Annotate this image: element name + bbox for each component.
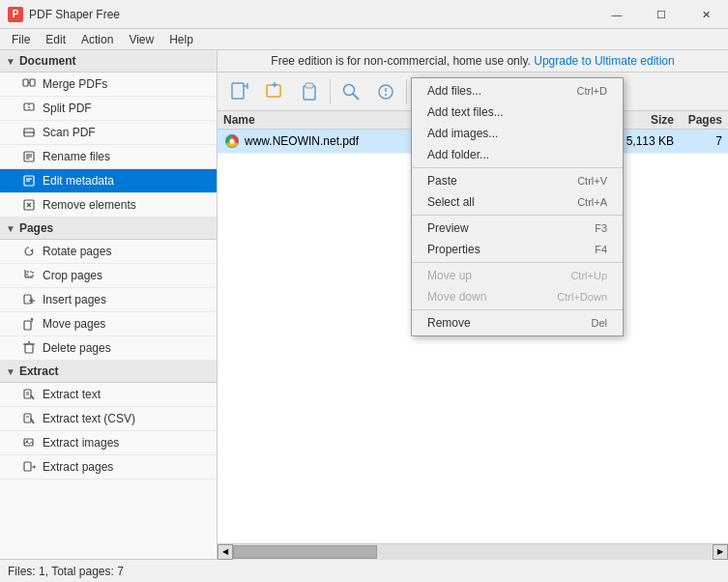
sidebar-item-scan-pdf[interactable]: Scan PDF <box>0 121 217 145</box>
ctx-separator-1 <box>412 167 623 168</box>
menu-bar: File Edit Action View Help <box>0 29 728 50</box>
scroll-thumb[interactable] <box>233 545 377 559</box>
svg-rect-24 <box>24 321 31 330</box>
sidebar-item-rotate-pages[interactable]: Rotate pages <box>0 240 217 264</box>
ctx-add-text-files-label: Add text files... <box>427 105 504 119</box>
sidebar-item-rename-files[interactable]: Rename files <box>0 145 217 169</box>
sidebar-section-pages[interactable]: ▼ Pages <box>0 218 217 240</box>
remove-elements-icon <box>21 197 37 213</box>
ctx-add-folder[interactable]: Add folder... <box>412 144 623 165</box>
properties-button[interactable] <box>369 75 402 108</box>
scroll-right-button[interactable]: ▶ <box>713 544 728 560</box>
sidebar-label-rename-files: Rename files <box>43 150 110 163</box>
sidebar-section-document[interactable]: ▼ Document <box>0 50 217 73</box>
svg-rect-39 <box>24 462 31 471</box>
minimize-button[interactable]: — <box>595 0 639 29</box>
delete-pages-icon <box>21 340 37 356</box>
ctx-preview[interactable]: Preview F3 <box>412 218 623 239</box>
add-with-options-button[interactable] <box>258 75 291 108</box>
svg-rect-27 <box>25 344 33 353</box>
menu-help[interactable]: Help <box>161 31 201 48</box>
scroll-left-button[interactable]: ◀ <box>218 544 233 560</box>
sidebar-item-remove-elements[interactable]: Remove elements <box>0 193 217 218</box>
ctx-add-files-shortcut: Ctrl+D <box>577 85 607 97</box>
ctx-add-files[interactable]: Add files... Ctrl+D <box>412 80 623 102</box>
col-header-pages: Pages <box>674 113 722 127</box>
sidebar-label-rotate-pages: Rotate pages <box>43 245 111 258</box>
maximize-button[interactable]: ☐ <box>639 0 684 29</box>
sidebar-label-edit-metadata: Edit metadata <box>43 174 114 188</box>
main-layout: ▼ Document Merge PDFs Split PDF Scan PDF <box>0 50 728 559</box>
ctx-select-all-shortcut: Ctrl+A <box>577 196 607 208</box>
ctx-separator-2 <box>412 215 623 216</box>
menu-view[interactable]: View <box>121 31 161 48</box>
sidebar-section-extract[interactable]: ▼ Extract <box>0 361 217 383</box>
crop-pages-icon <box>21 268 37 283</box>
toolbar-separator-2 <box>406 79 407 104</box>
add-file-button[interactable] <box>223 75 256 108</box>
svg-rect-45 <box>267 85 280 97</box>
sidebar-label-extract-text-csv: Extract text (CSV) <box>43 412 135 425</box>
upgrade-link[interactable]: Upgrade to Ultimate edition <box>534 54 674 68</box>
ctx-remove-shortcut: Del <box>591 317 607 329</box>
ctx-move-down-label: Move down <box>427 290 486 304</box>
paste-button[interactable] <box>293 75 326 108</box>
app-icon: P <box>8 7 23 22</box>
find-button[interactable] <box>335 75 367 108</box>
status-text: Files: 1, Total pages: 7 <box>8 565 124 578</box>
context-menu: Add files... Ctrl+D Add text files... Ad… <box>411 77 624 336</box>
scroll-track[interactable] <box>233 544 713 560</box>
svg-rect-21 <box>24 295 31 304</box>
horizontal-scrollbar[interactable]: ◀ ▶ <box>218 543 728 559</box>
ctx-add-files-label: Add files... <box>427 84 481 98</box>
rename-files-icon <box>21 149 37 164</box>
sidebar-item-extract-text-csv[interactable]: Extract text (CSV) <box>0 407 217 431</box>
ctx-add-images-label: Add images... <box>427 127 498 140</box>
section-arrow-document: ▼ <box>6 56 15 67</box>
file-pages: 7 <box>674 134 722 148</box>
sidebar-item-move-pages[interactable]: Move pages <box>0 312 217 336</box>
sidebar-item-extract-pages[interactable]: Extract pages <box>0 455 217 480</box>
ctx-separator-3 <box>412 262 623 263</box>
sidebar-label-extract-images: Extract images <box>43 436 119 450</box>
sidebar-item-crop-pages[interactable]: Crop pages <box>0 264 217 288</box>
svg-rect-1 <box>30 79 35 86</box>
ctx-add-folder-label: Add folder... <box>427 148 489 161</box>
info-bar: Free edition is for non-commercial, home… <box>218 50 728 73</box>
sidebar-item-edit-metadata[interactable]: Edit metadata <box>0 169 217 193</box>
ctx-select-all-label: Select all <box>427 195 475 209</box>
toolbar-separator-1 <box>330 79 331 104</box>
sidebar: ▼ Document Merge PDFs Split PDF Scan PDF <box>0 50 218 559</box>
svg-rect-20 <box>27 272 33 276</box>
sidebar-item-delete-pages[interactable]: Delete pages <box>0 336 217 361</box>
ctx-move-up-label: Move up <box>427 269 472 282</box>
sidebar-item-split-pdf[interactable]: Split PDF <box>0 97 217 121</box>
sidebar-label-delete-pages: Delete pages <box>43 341 111 355</box>
ctx-preview-shortcut: F3 <box>595 222 607 234</box>
close-button[interactable]: ✕ <box>684 0 728 29</box>
ctx-properties[interactable]: Properties F4 <box>412 239 623 260</box>
sidebar-label-split-pdf: Split PDF <box>43 102 92 115</box>
svg-marker-17 <box>30 248 33 251</box>
move-pages-icon <box>21 316 37 332</box>
sidebar-item-extract-text[interactable]: Extract text <box>0 383 217 407</box>
title-bar: P PDF Shaper Free — ☐ ✕ <box>0 0 728 29</box>
section-arrow-extract: ▼ <box>6 366 15 377</box>
menu-edit[interactable]: Edit <box>38 31 73 48</box>
file-icon <box>223 132 241 150</box>
sidebar-item-merge-pdfs[interactable]: Merge PDFs <box>0 73 217 97</box>
rotate-pages-icon <box>21 244 37 259</box>
merge-pdfs-icon <box>21 76 37 92</box>
ctx-remove[interactable]: Remove Del <box>412 312 623 334</box>
ctx-select-all[interactable]: Select all Ctrl+A <box>412 191 623 213</box>
ctx-properties-label: Properties <box>427 243 480 256</box>
ctx-move-down: Move down Ctrl+Down <box>412 286 623 307</box>
ctx-move-up-shortcut: Ctrl+Up <box>570 270 607 281</box>
menu-action[interactable]: Action <box>73 31 121 48</box>
sidebar-item-insert-pages[interactable]: Insert pages <box>0 288 217 312</box>
ctx-paste[interactable]: Paste Ctrl+V <box>412 170 623 191</box>
ctx-add-images[interactable]: Add images... <box>412 123 623 144</box>
ctx-add-text-files[interactable]: Add text files... <box>412 102 623 123</box>
sidebar-item-extract-images[interactable]: Extract images <box>0 431 217 455</box>
menu-file[interactable]: File <box>4 31 38 48</box>
